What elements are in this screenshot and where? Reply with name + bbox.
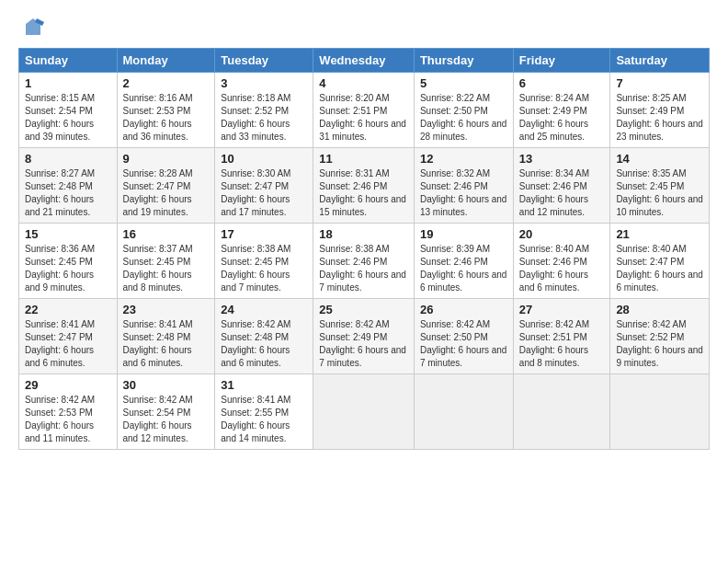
page: SundayMondayTuesdayWednesdayThursdayFrid… <box>0 0 728 563</box>
day-header-monday: Monday <box>117 49 215 73</box>
calendar-day-cell: 15Sunrise: 8:36 AM Sunset: 2:45 PM Dayli… <box>19 224 118 299</box>
calendar-day-cell: 9Sunrise: 8:28 AM Sunset: 2:47 PM Daylig… <box>117 148 215 224</box>
day-number: 16 <box>123 227 210 241</box>
calendar-day-cell: 1Sunrise: 8:15 AM Sunset: 2:54 PM Daylig… <box>19 73 118 148</box>
calendar-day-cell: 14Sunrise: 8:35 AM Sunset: 2:45 PM Dayli… <box>610 148 710 224</box>
day-info: Sunrise: 8:27 AM Sunset: 2:48 PM Dayligh… <box>25 167 111 219</box>
day-info: Sunrise: 8:42 AM Sunset: 2:50 PM Dayligh… <box>420 318 507 370</box>
day-number: 11 <box>319 152 408 166</box>
calendar-day-cell: 20Sunrise: 8:40 AM Sunset: 2:46 PM Dayli… <box>513 224 610 299</box>
day-info: Sunrise: 8:38 AM Sunset: 2:45 PM Dayligh… <box>221 243 307 294</box>
day-info: Sunrise: 8:42 AM Sunset: 2:52 PM Dayligh… <box>616 318 703 370</box>
calendar-day-cell: 4Sunrise: 8:20 AM Sunset: 2:51 PM Daylig… <box>313 73 415 148</box>
calendar-day-cell: 27Sunrise: 8:42 AM Sunset: 2:51 PM Dayli… <box>513 299 610 374</box>
day-info: Sunrise: 8:39 AM Sunset: 2:46 PM Dayligh… <box>420 243 507 294</box>
calendar-day-cell: 12Sunrise: 8:32 AM Sunset: 2:46 PM Dayli… <box>414 148 513 224</box>
calendar-day-cell: 31Sunrise: 8:41 AM Sunset: 2:55 PM Dayli… <box>215 374 313 450</box>
calendar-day-cell: 21Sunrise: 8:40 AM Sunset: 2:47 PM Dayli… <box>610 224 710 299</box>
day-info: Sunrise: 8:30 AM Sunset: 2:47 PM Dayligh… <box>221 167 307 219</box>
day-header-wednesday: Wednesday <box>313 49 415 73</box>
calendar-day-cell: 11Sunrise: 8:31 AM Sunset: 2:46 PM Dayli… <box>313 148 415 224</box>
calendar-week-row: 29Sunrise: 8:42 AM Sunset: 2:53 PM Dayli… <box>19 374 710 450</box>
day-number: 15 <box>25 227 111 241</box>
calendar-day-cell: 28Sunrise: 8:42 AM Sunset: 2:52 PM Dayli… <box>610 299 710 374</box>
day-number: 6 <box>519 76 605 90</box>
day-number: 28 <box>616 303 703 316</box>
calendar-day-cell: 10Sunrise: 8:30 AM Sunset: 2:47 PM Dayli… <box>215 148 313 224</box>
calendar-day-cell <box>414 374 513 450</box>
day-info: Sunrise: 8:25 AM Sunset: 2:49 PM Dayligh… <box>616 92 703 144</box>
day-info: Sunrise: 8:22 AM Sunset: 2:50 PM Dayligh… <box>420 92 507 144</box>
logo <box>18 17 44 39</box>
day-number: 3 <box>221 76 307 90</box>
day-number: 10 <box>221 152 307 166</box>
calendar-day-cell <box>313 374 415 450</box>
day-number: 12 <box>420 152 507 166</box>
day-info: Sunrise: 8:31 AM Sunset: 2:46 PM Dayligh… <box>319 167 408 219</box>
day-info: Sunrise: 8:20 AM Sunset: 2:51 PM Dayligh… <box>319 92 408 144</box>
day-number: 31 <box>221 378 307 392</box>
day-info: Sunrise: 8:24 AM Sunset: 2:49 PM Dayligh… <box>519 92 605 144</box>
calendar-week-row: 22Sunrise: 8:41 AM Sunset: 2:47 PM Dayli… <box>19 299 710 374</box>
day-info: Sunrise: 8:15 AM Sunset: 2:54 PM Dayligh… <box>25 92 111 144</box>
day-number: 14 <box>616 152 703 166</box>
day-info: Sunrise: 8:28 AM Sunset: 2:47 PM Dayligh… <box>123 167 210 219</box>
day-info: Sunrise: 8:36 AM Sunset: 2:45 PM Dayligh… <box>25 243 111 294</box>
day-info: Sunrise: 8:38 AM Sunset: 2:46 PM Dayligh… <box>319 243 408 294</box>
calendar-day-cell: 8Sunrise: 8:27 AM Sunset: 2:48 PM Daylig… <box>19 148 118 224</box>
day-number: 9 <box>123 152 210 166</box>
calendar-day-cell: 16Sunrise: 8:37 AM Sunset: 2:45 PM Dayli… <box>117 224 215 299</box>
day-number: 5 <box>420 76 507 90</box>
day-info: Sunrise: 8:32 AM Sunset: 2:46 PM Dayligh… <box>420 167 507 219</box>
day-number: 18 <box>319 227 408 241</box>
day-number: 30 <box>123 378 210 392</box>
logo-icon <box>22 17 44 39</box>
day-info: Sunrise: 8:37 AM Sunset: 2:45 PM Dayligh… <box>123 243 210 294</box>
calendar-day-cell: 7Sunrise: 8:25 AM Sunset: 2:49 PM Daylig… <box>610 73 710 148</box>
day-header-friday: Friday <box>513 49 610 73</box>
calendar-day-cell: 6Sunrise: 8:24 AM Sunset: 2:49 PM Daylig… <box>513 73 610 148</box>
calendar-day-cell: 30Sunrise: 8:42 AM Sunset: 2:54 PM Dayli… <box>117 374 215 450</box>
calendar-day-cell: 18Sunrise: 8:38 AM Sunset: 2:46 PM Dayli… <box>313 224 415 299</box>
day-number: 1 <box>25 76 111 90</box>
calendar-day-cell: 17Sunrise: 8:38 AM Sunset: 2:45 PM Dayli… <box>215 224 313 299</box>
calendar-day-cell: 23Sunrise: 8:41 AM Sunset: 2:48 PM Dayli… <box>117 299 215 374</box>
calendar-header-row: SundayMondayTuesdayWednesdayThursdayFrid… <box>19 49 710 73</box>
day-number: 24 <box>221 303 307 316</box>
day-info: Sunrise: 8:42 AM Sunset: 2:49 PM Dayligh… <box>319 318 408 370</box>
calendar-day-cell <box>513 374 610 450</box>
header <box>18 17 710 39</box>
calendar-day-cell: 22Sunrise: 8:41 AM Sunset: 2:47 PM Dayli… <box>19 299 118 374</box>
day-info: Sunrise: 8:42 AM Sunset: 2:51 PM Dayligh… <box>519 318 605 370</box>
day-info: Sunrise: 8:42 AM Sunset: 2:53 PM Dayligh… <box>25 394 111 445</box>
calendar-day-cell: 19Sunrise: 8:39 AM Sunset: 2:46 PM Dayli… <box>414 224 513 299</box>
day-info: Sunrise: 8:41 AM Sunset: 2:55 PM Dayligh… <box>221 394 307 445</box>
calendar-week-row: 8Sunrise: 8:27 AM Sunset: 2:48 PM Daylig… <box>19 148 710 224</box>
day-number: 22 <box>25 303 111 316</box>
calendar-day-cell: 29Sunrise: 8:42 AM Sunset: 2:53 PM Dayli… <box>19 374 118 450</box>
day-header-tuesday: Tuesday <box>215 49 313 73</box>
calendar-day-cell: 26Sunrise: 8:42 AM Sunset: 2:50 PM Dayli… <box>414 299 513 374</box>
day-info: Sunrise: 8:41 AM Sunset: 2:48 PM Dayligh… <box>123 318 210 370</box>
day-header-thursday: Thursday <box>414 49 513 73</box>
day-number: 25 <box>319 303 408 316</box>
day-info: Sunrise: 8:18 AM Sunset: 2:52 PM Dayligh… <box>221 92 307 144</box>
day-number: 23 <box>123 303 210 316</box>
calendar-day-cell: 24Sunrise: 8:42 AM Sunset: 2:48 PM Dayli… <box>215 299 313 374</box>
day-number: 7 <box>616 76 703 90</box>
day-info: Sunrise: 8:35 AM Sunset: 2:45 PM Dayligh… <box>616 167 703 219</box>
day-number: 13 <box>519 152 605 166</box>
day-number: 2 <box>123 76 210 90</box>
day-number: 21 <box>616 227 703 241</box>
day-info: Sunrise: 8:42 AM Sunset: 2:48 PM Dayligh… <box>221 318 307 370</box>
day-info: Sunrise: 8:16 AM Sunset: 2:53 PM Dayligh… <box>123 92 210 144</box>
day-number: 4 <box>319 76 408 90</box>
day-number: 26 <box>420 303 507 316</box>
day-info: Sunrise: 8:42 AM Sunset: 2:54 PM Dayligh… <box>123 394 210 445</box>
day-number: 29 <box>25 378 111 392</box>
day-header-sunday: Sunday <box>19 49 118 73</box>
calendar-day-cell: 13Sunrise: 8:34 AM Sunset: 2:46 PM Dayli… <box>513 148 610 224</box>
day-info: Sunrise: 8:41 AM Sunset: 2:47 PM Dayligh… <box>25 318 111 370</box>
calendar: SundayMondayTuesdayWednesdayThursdayFrid… <box>18 48 710 450</box>
day-number: 27 <box>519 303 605 316</box>
